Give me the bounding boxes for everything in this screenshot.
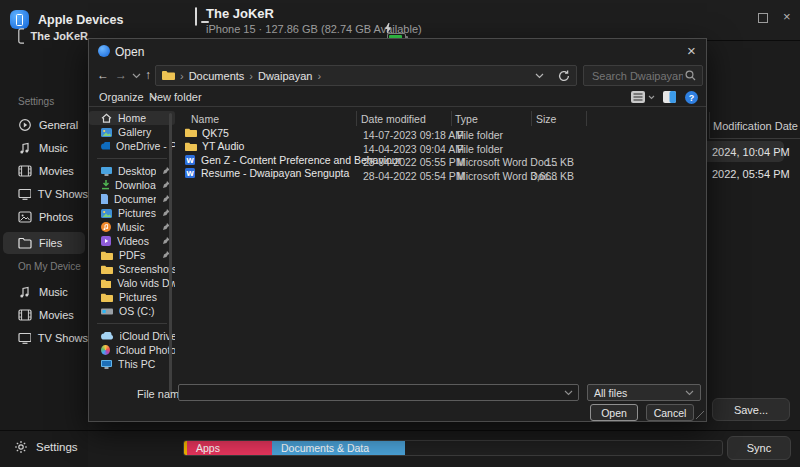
app-sidebar: The JoKeR Settings General Music Movies … xyxy=(0,40,88,467)
open-button-label: Open xyxy=(601,407,627,419)
folder-icon xyxy=(185,128,197,137)
file-name-field[interactable] xyxy=(178,384,579,401)
gear-icon[interactable] xyxy=(14,440,28,457)
open-button[interactable]: Open xyxy=(590,404,638,421)
settings-footer-button[interactable]: Settings xyxy=(36,441,78,453)
gallery-icon xyxy=(101,128,112,137)
word-doc-icon: W xyxy=(185,168,195,178)
sidebar-item-tv-shows-device[interactable]: TV Shows xyxy=(0,327,88,349)
documents-icon xyxy=(101,194,108,204)
column-divider[interactable] xyxy=(586,111,587,126)
organize-label: Organize xyxy=(99,91,144,103)
column-header-date-modified[interactable]: Date modified xyxy=(361,113,426,125)
place-item-screenshots[interactable]: Screenshots xyxy=(89,262,175,276)
file-type-value: All files xyxy=(594,387,627,399)
file-type: File folder xyxy=(457,143,503,155)
modification-date-column-header[interactable]: Modification Date xyxy=(713,120,798,132)
search-box[interactable] xyxy=(583,65,703,86)
column-divider xyxy=(709,112,710,138)
place-item-onedrive[interactable]: OneDrive - Persor xyxy=(89,139,175,153)
cancel-button[interactable]: Cancel xyxy=(646,404,694,421)
places-scrollbar[interactable] xyxy=(169,113,172,393)
help-icon[interactable]: ? xyxy=(685,91,698,104)
breadcrumb-documents[interactable]: Documents xyxy=(189,70,245,82)
sidebar-device-label: The JoKeR xyxy=(31,30,88,42)
save-button[interactable]: Save... xyxy=(712,398,790,421)
sidebar-item-music-device[interactable]: Music xyxy=(0,281,88,303)
place-item-pdfs[interactable]: PDFs xyxy=(89,248,175,262)
recent-locations-chevron-icon[interactable] xyxy=(132,73,141,79)
place-item-this-pc[interactable]: This PC xyxy=(89,357,175,371)
downloads-icon xyxy=(101,180,109,190)
place-label: Screenshots xyxy=(119,263,175,275)
file-row-yt-audio[interactable]: YT Audio xyxy=(185,140,244,154)
search-input[interactable] xyxy=(590,69,685,83)
column-header-type[interactable]: Type xyxy=(455,113,478,125)
resize-grip[interactable] xyxy=(696,411,704,419)
general-icon xyxy=(18,118,32,132)
place-item-valo-vids[interactable]: Valo vids Dwai xyxy=(89,276,175,290)
place-item-icloud-photos[interactable]: iCloud Photos xyxy=(89,343,175,357)
place-item-icloud-drive[interactable]: iCloud Drive xyxy=(89,329,175,343)
place-label: OneDrive - Persor xyxy=(116,140,175,152)
back-button[interactable]: ← xyxy=(97,68,109,82)
column-header-name[interactable]: Name xyxy=(191,113,219,125)
folder-icon xyxy=(185,142,197,151)
column-divider[interactable] xyxy=(451,111,452,126)
file-type-dropdown[interactable]: All files xyxy=(587,384,701,401)
details-view-icon[interactable] xyxy=(631,91,645,103)
sidebar-item-photos[interactable]: Photos xyxy=(0,206,88,228)
refresh-icon[interactable] xyxy=(558,70,570,82)
place-item-videos[interactable]: Videos xyxy=(89,234,175,248)
view-dropdown-chevron-icon[interactable] xyxy=(648,95,655,100)
breadcrumb-separator: › xyxy=(175,70,189,82)
sidebar-item-tv-shows[interactable]: TV Shows xyxy=(0,183,88,205)
address-dropdown-chevron-icon[interactable] xyxy=(535,73,544,79)
sync-button-label: Sync xyxy=(747,442,771,454)
maximize-button[interactable] xyxy=(758,13,768,23)
place-item-gallery[interactable]: Gallery xyxy=(89,125,175,139)
dialog-close-icon[interactable]: × xyxy=(687,46,696,56)
place-item-downloads[interactable]: Downloads xyxy=(89,178,175,192)
place-item-music[interactable]: Music xyxy=(89,220,175,234)
column-header-size[interactable]: Size xyxy=(536,113,556,125)
file-name-dropdown-chevron-icon[interactable] xyxy=(564,390,573,396)
preview-pane-icon[interactable] xyxy=(663,91,676,103)
file-row-qk75[interactable]: QK75 xyxy=(185,126,229,140)
section-header-on-my-device: On My Device xyxy=(18,261,81,272)
sidebar-item-movies-device[interactable]: Movies xyxy=(0,304,88,326)
sidebar-device-item[interactable]: The JoKeR xyxy=(0,25,88,47)
place-label: Downloads xyxy=(115,179,156,191)
column-divider[interactable] xyxy=(356,111,357,126)
breadcrumb-dwaipayan[interactable]: Dwaipayan xyxy=(258,70,312,82)
sidebar-item-label: Files xyxy=(39,237,62,249)
sidebar-item-movies[interactable]: Movies xyxy=(0,160,88,182)
address-folder-icon xyxy=(162,70,175,81)
music-folder-icon xyxy=(101,222,111,232)
place-label: Home xyxy=(118,112,175,124)
column-divider[interactable] xyxy=(531,111,532,126)
folder-icon xyxy=(101,265,113,274)
place-item-documents[interactable]: Documents xyxy=(89,192,175,206)
place-item-pictures[interactable]: Pictures xyxy=(89,206,175,220)
close-window-button[interactable]: × xyxy=(783,9,791,24)
sidebar-item-files[interactable]: Files xyxy=(3,232,85,254)
file-row-resume[interactable]: W Resume - Dwaipayan Sengupta xyxy=(185,167,349,181)
place-item-pictures-folder[interactable]: Pictures xyxy=(89,290,175,304)
file-name: QK75 xyxy=(202,127,229,139)
storage-segment-apps: Apps xyxy=(187,441,272,455)
section-header-settings: Settings xyxy=(18,96,54,107)
place-item-os-c[interactable]: OS (C:) xyxy=(89,304,175,318)
place-label: Desktop xyxy=(118,165,156,177)
address-bar[interactable]: › Documents › Dwaipayan › xyxy=(155,65,577,86)
place-item-desktop[interactable]: Desktop xyxy=(89,164,175,178)
file-name-input[interactable] xyxy=(179,387,564,399)
place-item-home[interactable]: Home xyxy=(89,111,175,125)
forward-button[interactable]: → xyxy=(115,68,127,82)
svg-text:W: W xyxy=(186,157,194,165)
sync-button[interactable]: Sync xyxy=(727,436,791,460)
up-button[interactable]: ↑ xyxy=(145,68,151,82)
sidebar-item-music[interactable]: Music xyxy=(0,137,88,159)
new-folder-button[interactable]: New folder xyxy=(149,91,202,103)
sidebar-item-general[interactable]: General xyxy=(0,114,88,136)
